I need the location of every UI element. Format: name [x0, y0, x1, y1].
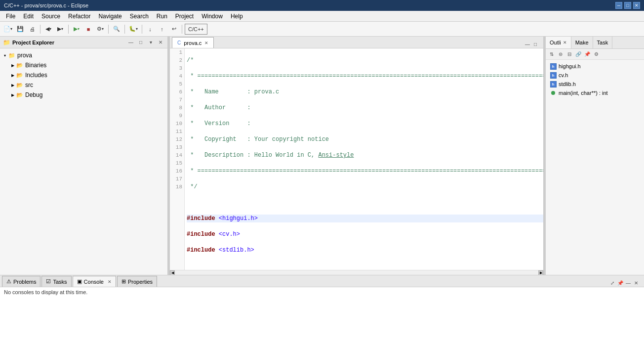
console-icon: ▣	[77, 278, 82, 285]
hscroll-left-btn[interactable]: ◀	[170, 270, 175, 275]
tree-label-debug: Debug	[25, 91, 42, 98]
toolbar: 📄▾ 💾 🖨 ◀▾ ▶▾ ▶▾ ■ ⚙▾ 🔍 🐛▾ ↓ ↑ ↩ C/C++	[0, 22, 644, 37]
code-line-13: #include <stdlib.h>	[187, 246, 543, 254]
arrow-binaries: ▶	[10, 63, 16, 68]
tab-icon-c: C	[177, 40, 181, 45]
outline-panel: Outli ✕ Make Task ⇅ ⊜ ⊟ 🔗 📌 ⚙	[545, 37, 644, 275]
outline-tree: h highgui.h h cv.h h stdlib.h	[546, 60, 644, 99]
outline-filter-btn[interactable]: ⊜	[557, 50, 564, 58]
console-open-full-btn[interactable]: ⤢	[608, 279, 616, 287]
outline-tab-close[interactable]: ✕	[563, 40, 567, 45]
explorer-maximize-btn[interactable]: □	[137, 39, 145, 46]
editor-tab-prova[interactable]: C prova.c ✕	[172, 37, 214, 48]
editor-horizontal-scroll[interactable]: ◀ ▶	[170, 270, 543, 275]
menu-edit[interactable]: Edit	[19, 12, 38, 21]
project-explorer-header: 📁 Project Explorer — □ ▾ ✕	[0, 37, 167, 48]
tab-problems[interactable]: ⚠ Problems	[2, 276, 40, 287]
last-edit[interactable]: ↩	[168, 24, 179, 35]
tab-tasks[interactable]: ☑ Tasks	[41, 276, 71, 287]
outline-item-cv[interactable]: h cv.h	[548, 71, 642, 80]
outline-item-main[interactable]: main(int, char**) : int	[548, 88, 642, 97]
code-line-7: * Description : Hello World in C, Ansi-s…	[187, 151, 543, 159]
editor-maximize-btn[interactable]: □	[531, 40, 539, 48]
save-button[interactable]: 💾	[15, 24, 26, 35]
outline-item-stdlib[interactable]: h stdlib.h	[548, 80, 642, 88]
window-controls[interactable]: ─ □ ✕	[615, 2, 640, 9]
console-tab-close[interactable]: ✕	[108, 279, 112, 284]
menu-run[interactable]: Run	[153, 12, 171, 21]
arrow-debug: ▶	[10, 93, 16, 97]
prev-annotation[interactable]: ↑	[157, 24, 167, 35]
tab-task[interactable]: Task	[593, 37, 613, 48]
outline-item-highgui[interactable]: h highgui.h	[548, 62, 642, 71]
console-pin-btn[interactable]: 📌	[616, 279, 624, 287]
back-button[interactable]: ◀▾	[43, 24, 54, 35]
project-tree: ▾ 📁 prova ▶ 📂 Binaries ▶ 📂 Includes	[0, 48, 167, 275]
tab-properties[interactable]: ⊞ Properties	[117, 276, 157, 287]
forward-button[interactable]: ▶▾	[55, 24, 66, 35]
task-tab-label: Task	[597, 40, 608, 45]
header-icon-highgui: h	[550, 63, 557, 70]
menu-window[interactable]: Window	[198, 12, 227, 21]
debug-button[interactable]: 🐛▾	[127, 24, 139, 35]
outline-label-main: main(int, char**) : int	[559, 90, 608, 96]
sep1	[40, 25, 40, 34]
menu-file[interactable]: File	[2, 12, 19, 21]
outline-link-btn[interactable]: 🔗	[574, 50, 582, 58]
tab-outline[interactable]: Outli ✕	[546, 37, 571, 48]
explorer-minimize-btn[interactable]: —	[127, 39, 135, 46]
explorer-view-menu-btn[interactable]: ▾	[147, 39, 155, 46]
tree-item-src[interactable]: ▶ 📂 src	[0, 80, 167, 90]
editor-area: C prova.c ✕ — □ 12345 678910 1112131415 …	[170, 37, 543, 275]
tab-console[interactable]: ▣ Console ✕	[73, 276, 116, 287]
outline-tab-label: Outli	[550, 40, 561, 45]
properties-label: Properties	[128, 279, 153, 285]
properties-icon: ⊞	[121, 278, 126, 285]
tree-item-debug[interactable]: ▶ 📂 Debug	[0, 90, 167, 100]
code-line-2: * ======================================…	[187, 72, 543, 80]
menu-project[interactable]: Project	[171, 12, 198, 21]
maximize-button[interactable]: □	[624, 2, 631, 9]
menu-navigate[interactable]: Navigate	[94, 12, 125, 21]
console-minimize-btn[interactable]: —	[624, 279, 632, 287]
sep2	[68, 25, 69, 34]
outline-sort-btn[interactable]: ⇅	[548, 50, 556, 58]
tree-item-binaries[interactable]: ▶ 📂 Binaries	[0, 60, 167, 70]
minimize-button[interactable]: ─	[615, 2, 622, 9]
menu-refactor[interactable]: Refactor	[64, 12, 94, 21]
editor-scroll-area[interactable]: 12345 678910 1112131415 161718 /* * ====…	[170, 48, 543, 270]
tab-close-btn[interactable]: ✕	[204, 41, 208, 45]
project-explorer-title: Project Explorer	[12, 40, 125, 45]
project-explorer-panel: 📁 Project Explorer — □ ▾ ✕ ▾ 📁 prova ▶ 📂	[0, 37, 168, 275]
next-annotation[interactable]: ↓	[145, 24, 156, 35]
tab-make[interactable]: Make	[571, 37, 593, 48]
menu-search[interactable]: Search	[126, 12, 153, 21]
close-button[interactable]: ✕	[633, 2, 640, 9]
hscroll-right-btn[interactable]: ▶	[538, 270, 543, 275]
menu-source[interactable]: Source	[38, 12, 64, 21]
code-line-14	[187, 262, 543, 270]
search-button[interactable]: 🔍	[111, 24, 122, 35]
explorer-close-btn[interactable]: ✕	[157, 39, 164, 46]
code-line-1: /*	[187, 56, 543, 64]
print-button[interactable]: 🖨	[27, 24, 38, 35]
editor-content: 12345 678910 1112131415 161718 /* * ====…	[170, 48, 543, 275]
outline-collapse-btn[interactable]: ⊟	[565, 50, 573, 58]
folder-icon-prova: 📁	[8, 51, 16, 59]
new-button[interactable]: 📄▾	[2, 24, 14, 35]
sep3	[108, 25, 109, 34]
tree-item-prova[interactable]: ▾ 📁 prova	[0, 50, 167, 60]
editor-minimize-btn[interactable]: —	[523, 40, 531, 48]
menu-help[interactable]: Help	[227, 12, 247, 21]
tasks-icon: ☑	[46, 278, 51, 285]
outline-pin-btn[interactable]: 📌	[583, 50, 591, 58]
console-close-btn[interactable]: ✕	[632, 279, 640, 287]
perspective-button[interactable]: C/C++	[185, 24, 207, 35]
run-button[interactable]: ▶▾	[71, 24, 82, 35]
outline-settings-btn[interactable]: ⚙	[592, 50, 600, 58]
build-button[interactable]: ⚙▾	[95, 24, 106, 35]
tree-item-includes[interactable]: ▶ 📂 Includes	[0, 70, 167, 80]
stop-button[interactable]: ■	[83, 24, 94, 35]
code-editor[interactable]: /* * ===================================…	[185, 48, 543, 270]
sep6	[182, 25, 182, 34]
